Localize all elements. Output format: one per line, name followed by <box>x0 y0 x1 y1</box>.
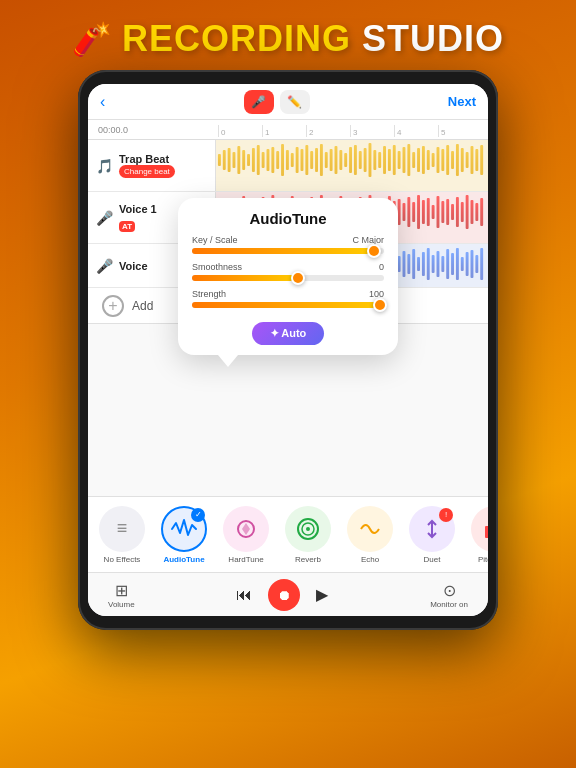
add-track-button[interactable]: + <box>102 295 124 317</box>
smoothness-value: 0 <box>379 262 384 272</box>
ruler-mark-5: 5 <box>438 125 482 137</box>
svg-rect-53 <box>475 149 478 171</box>
svg-rect-7 <box>252 148 255 172</box>
svg-rect-109 <box>480 198 483 226</box>
page-header: 🧨 RECORDING STUDIO <box>72 18 504 60</box>
ipad-screen: ‹ 🎤 ✏️ Next 00:00.0 0 1 2 3 4 5 <box>88 84 488 616</box>
audiotune-icon-wrap: ✓ <box>161 506 207 552</box>
effect-item-echo[interactable]: Echo <box>344 506 396 564</box>
effect-item-reverb[interactable]: Reverb <box>282 506 334 564</box>
volume-icon: ⊞ <box>115 581 128 600</box>
monitor-icon: ⊙ <box>443 581 456 600</box>
svg-rect-43 <box>427 150 430 170</box>
strength-slider-row: Strength 100 <box>192 289 384 308</box>
strength-thumb[interactable] <box>373 298 387 312</box>
back-button[interactable]: ‹ <box>100 93 105 111</box>
svg-rect-161 <box>466 252 469 276</box>
svg-rect-94 <box>407 197 410 227</box>
change-beat-tag[interactable]: Change beat <box>119 165 175 178</box>
svg-rect-155 <box>437 251 440 277</box>
pitch-low-icon <box>481 516 488 542</box>
voice1-icon: 🎤 <box>96 210 113 226</box>
svg-rect-41 <box>417 148 420 172</box>
svg-rect-54 <box>480 145 483 175</box>
beat-waveform <box>216 140 488 180</box>
record-button[interactable]: ⏺ <box>268 579 300 611</box>
svg-rect-147 <box>398 256 401 272</box>
beat-track-content <box>216 140 488 191</box>
svg-rect-154 <box>432 255 435 273</box>
svg-rect-10 <box>267 149 270 171</box>
key-scale-track[interactable] <box>192 248 384 254</box>
svg-rect-101 <box>441 201 444 223</box>
tracks-area: 🎵 Trap Beat Change beat <box>88 140 488 496</box>
ruler-mark-1: 1 <box>262 125 306 137</box>
svg-rect-99 <box>432 205 435 219</box>
reverb-icon <box>294 515 322 543</box>
rewind-button[interactable]: ⏮ <box>236 586 252 604</box>
volume-control[interactable]: ⊞ Volume <box>108 581 135 609</box>
svg-rect-150 <box>412 249 415 279</box>
svg-rect-149 <box>407 254 410 274</box>
svg-rect-16 <box>296 147 299 173</box>
effects-bar: ≡ No Effects ✓ AudioTune <box>88 496 488 572</box>
effect-item-duet[interactable]: ! Duet <box>406 506 458 564</box>
auto-button[interactable]: ✦ Auto <box>252 322 325 345</box>
svg-rect-160 <box>461 257 464 271</box>
play-button[interactable]: ▶ <box>316 585 328 604</box>
no-effects-label: No Effects <box>104 555 141 564</box>
svg-rect-21 <box>320 144 323 176</box>
ruler-mark-4: 4 <box>394 125 438 137</box>
reverb-icon-wrap <box>285 506 331 552</box>
svg-rect-163 <box>475 255 478 273</box>
track-label-beat[interactable]: 🎵 Trap Beat Change beat <box>88 140 216 191</box>
voice-icon: 🎤 <box>96 258 113 274</box>
svg-rect-4 <box>237 146 240 174</box>
svg-rect-52 <box>471 146 474 174</box>
key-scale-thumb[interactable] <box>367 244 381 258</box>
svg-rect-32 <box>373 150 376 170</box>
key-scale-slider-row: Key / Scale C Major <box>192 235 384 254</box>
svg-rect-98 <box>427 198 430 226</box>
effect-item-no-effects[interactable]: ≡ No Effects <box>96 506 148 564</box>
start-time: 00:00.0 <box>98 125 128 135</box>
svg-rect-38 <box>403 147 406 173</box>
strength-fill <box>192 302 384 308</box>
mic-icon-button[interactable]: 🎤 <box>244 90 274 114</box>
svg-rect-27 <box>349 147 352 173</box>
svg-rect-158 <box>451 253 454 275</box>
svg-rect-100 <box>437 196 440 228</box>
smoothness-slider-row: Smoothness 0 <box>192 262 384 281</box>
top-center-icons: 🎤 ✏️ <box>244 90 310 114</box>
effect-item-audiotune[interactable]: ✓ AudioTune <box>158 506 210 564</box>
svg-rect-14 <box>286 150 289 170</box>
ruler-mark-0: 0 <box>218 125 262 137</box>
svg-rect-107 <box>471 200 474 224</box>
svg-rect-23 <box>330 149 333 171</box>
svg-rect-20 <box>315 148 318 172</box>
svg-rect-36 <box>393 145 396 175</box>
ruler-marks: 0 1 2 3 4 5 <box>218 125 482 137</box>
svg-rect-0 <box>218 154 221 166</box>
strength-track[interactable] <box>192 302 384 308</box>
svg-rect-152 <box>422 252 425 276</box>
svg-point-168 <box>306 527 310 531</box>
svg-rect-40 <box>412 152 415 168</box>
smoothness-track[interactable] <box>192 275 384 281</box>
voice1-tag: AT <box>119 221 135 232</box>
beat-track-name: Trap Beat <box>119 153 175 165</box>
svg-rect-106 <box>466 195 469 229</box>
effect-item-pitch-low[interactable]: Pitch low <box>468 506 488 564</box>
svg-rect-39 <box>407 144 410 176</box>
reverb-label: Reverb <box>295 555 321 564</box>
next-button[interactable]: Next <box>448 94 476 109</box>
svg-rect-18 <box>305 145 308 175</box>
svg-rect-97 <box>422 200 425 224</box>
effect-item-hardtune[interactable]: HardTune <box>220 506 272 564</box>
monitor-control[interactable]: ⊙ Monitor on <box>430 581 468 609</box>
svg-rect-48 <box>451 151 454 169</box>
svg-rect-44 <box>432 153 435 167</box>
smoothness-thumb[interactable] <box>291 271 305 285</box>
hardtune-icon-wrap <box>223 506 269 552</box>
pencil-icon-button[interactable]: ✏️ <box>280 90 310 114</box>
